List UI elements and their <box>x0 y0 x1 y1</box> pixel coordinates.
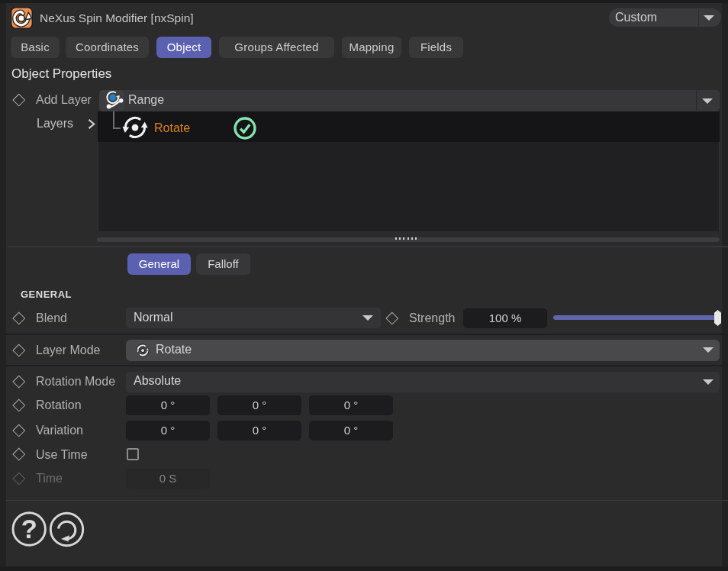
svg-text:?: ? <box>21 514 37 544</box>
